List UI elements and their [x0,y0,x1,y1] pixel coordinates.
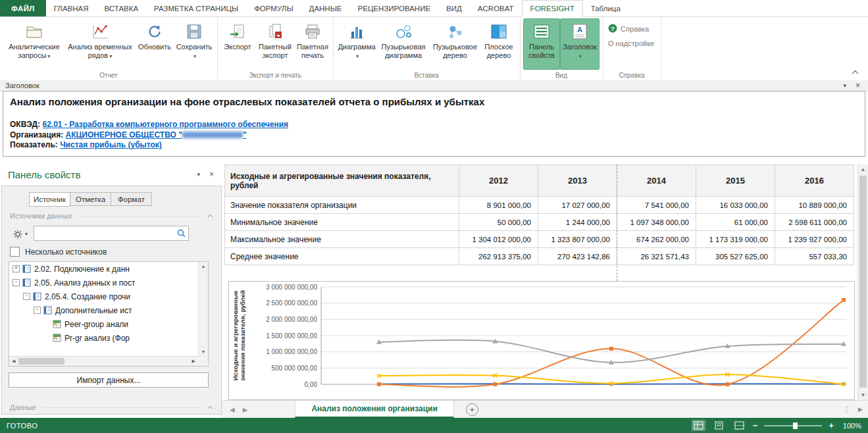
zoom-slider-thumb[interactable] [793,422,798,429]
indicator-line-chart[interactable]: 3 000 000 000,002 500 000 000,002 000 00… [228,281,855,400]
table-cell[interactable]: 50 000,00 [459,214,538,231]
year-column-header[interactable]: 2014 [617,165,696,197]
collapse-icon[interactable]: - [23,293,30,300]
table-cell[interactable]: 16 033 000,00 [696,197,775,214]
worksheet-vertical-scrollbar[interactable]: ▲ ▼ [857,165,868,400]
tree-item[interactable]: + 2.02. Подключение к данн [9,262,198,276]
bubble-chart-button[interactable]: Пузырьковая диаграмма [377,18,430,70]
scroll-left-icon[interactable]: ◀ [12,359,15,364]
scroll-up-icon[interactable]: ▲ [858,166,868,172]
scroll-down-icon[interactable]: ▼ [858,392,868,398]
tab-insert[interactable]: ВСТАВКА [97,0,147,16]
table-cell[interactable]: 17 027 000,00 [538,197,617,214]
okved-link[interactable]: 62.01 - Разработка компьютерного програм… [42,120,288,129]
pane-menu-icon[interactable]: ▾ [197,171,200,178]
export-button[interactable]: Экспорт [220,18,255,70]
flat-tree-button[interactable]: Плоское дерево [480,18,517,70]
tab-data[interactable]: ДАННЫЕ [301,0,350,16]
year-column-header[interactable]: 2015 [696,165,775,197]
indicator-link[interactable]: Чистая прибыль (убыток) [60,140,162,149]
table-cell[interactable]: 674 262 000,00 [617,231,696,248]
table-cell[interactable]: 8 901 000,00 [459,197,538,214]
page-break-view-icon[interactable] [732,420,746,431]
organization-link[interactable]: АКЦИОНЕРНОЕ ОБЩЕСТВО "" [66,130,247,140]
tab-format[interactable]: Формат [111,192,152,206]
collapse-icon[interactable]: - [13,279,20,286]
table-cell[interactable]: 61 000,00 [696,214,775,231]
tab-source[interactable]: Источник [29,192,70,207]
expand-icon[interactable]: + [13,265,20,272]
tab-view[interactable]: ВИД [438,0,470,16]
settings-gear-button[interactable]: ▾ [9,226,32,242]
tree-item[interactable]: - 2.05.4. Создание прочи [9,290,198,303]
table-cell[interactable]: 1 173 319 000,00 [696,231,775,248]
scrollbar-thumb[interactable] [18,358,64,365]
tree-vertical-scrollbar[interactable]: ▲ ▼ [198,262,208,356]
tree-item[interactable]: - 2.05. Анализ данных и пост [9,276,198,290]
add-sheet-button[interactable]: + [466,403,478,416]
sheet-nav-left-icon[interactable]: ◀ [230,406,235,413]
scroll-right-icon[interactable]: ▶ [192,359,195,364]
tree-item[interactable]: Peer-group анали [9,317,198,331]
table-cell[interactable]: 305 527 625,00 [696,248,775,265]
zoom-out-button[interactable]: − [753,420,758,430]
save-button[interactable]: Сохранить ▾ [174,18,215,70]
batch-export-button[interactable]: Пакетный экспорт [255,18,295,70]
tab-mark[interactable]: Отметка [70,192,111,206]
zoom-slider[interactable] [764,425,822,426]
tree-item[interactable]: - Дополнительные ист [9,303,198,317]
year-column-header[interactable]: 2012 [459,165,538,197]
table-cell[interactable]: 2 598 611 000,00 [775,214,854,231]
header-toggle-button[interactable]: A Заголовок ▾ [560,18,600,70]
table-cell[interactable]: 262 913 375,00 [459,248,538,265]
year-column-header[interactable]: 2013 [538,165,617,197]
refresh-button[interactable]: Обновить [136,18,174,70]
table-cell[interactable]: 270 423 142,86 [538,248,617,265]
tab-formulas[interactable]: ФОРМУЛЫ [246,0,301,16]
table-cell[interactable]: 1 244 000,00 [538,214,617,231]
tab-acrobat[interactable]: ACROBAT [470,0,522,16]
table-cell[interactable]: 1 097 348 000,00 [617,214,696,231]
tab-foresight[interactable]: FORESIGHT [522,0,583,17]
properties-panel-button[interactable]: Панель свойств [523,18,560,70]
table-cell[interactable]: 1 304 012 000,00 [459,231,538,248]
data-section-header[interactable]: Данные [10,403,213,411]
close-icon[interactable]: × [209,171,214,178]
tab-table-contextual[interactable]: Таблица [583,0,628,16]
search-input[interactable] [34,226,189,241]
table-cell[interactable]: 557 033,30 [775,248,854,265]
normal-view-icon[interactable] [692,420,705,431]
analytic-queries-button[interactable]: Аналитические запросы▾ [3,18,66,70]
table-cell[interactable]: 1 239 927 000,00 [775,231,854,248]
row-label[interactable]: Максимальное значение [225,231,459,248]
time-series-analysis-button[interactable]: Анализ временных рядов▾ [66,18,134,70]
data-sources-section-header[interactable]: Источники данных [10,212,213,220]
scroll-down-icon[interactable]: ▼ [199,349,208,354]
more-options-icon[interactable]: ⋮ [843,405,850,414]
row-label[interactable]: Минимальное значение [225,214,459,231]
tab-review[interactable]: РЕЦЕНЗИРОВАНИЕ [350,0,439,16]
table-cell[interactable]: 10 889 000,00 [775,197,854,214]
table-cell[interactable]: 1 323 807 000,00 [538,231,617,248]
row-label[interactable]: Значение показателя организации [225,197,459,214]
sheet-nav-right-icon[interactable]: ▶ [243,406,248,413]
sheet-tab-active[interactable]: Анализ положения организации [295,401,453,418]
bubble-tree-button[interactable]: Пузырьковое дерево [430,18,480,70]
import-data-button[interactable]: Импорт данных... [9,372,209,388]
row-label[interactable]: Среднее значение [225,248,459,265]
tab-page-layout[interactable]: РАЗМЕТКА СТРАНИЦЫ [146,0,246,16]
scrollbar-thumb[interactable] [859,176,867,388]
table-cell[interactable]: 26 321 571,43 [617,248,696,265]
collapse-icon[interactable]: - [34,307,41,314]
batch-print-button[interactable]: Пакетная печать [295,18,330,70]
tree-horizontal-scrollbar[interactable]: ◀ ▶ [9,356,198,366]
pane-menu-icon[interactable]: ▾ [843,82,846,89]
tree-item[interactable]: Pr-gr анализ (Фор [9,331,198,345]
year-column-header[interactable]: 2016 [775,165,854,197]
collapse-ribbon-button[interactable] [852,67,859,76]
zoom-in-button[interactable]: + [829,420,834,430]
table-cell[interactable]: 7 541 000,00 [617,197,696,214]
tab-home[interactable]: ГЛАВНАЯ [46,0,97,16]
page-layout-view-icon[interactable] [712,420,726,431]
file-tab[interactable]: ФАЙЛ [0,0,46,16]
